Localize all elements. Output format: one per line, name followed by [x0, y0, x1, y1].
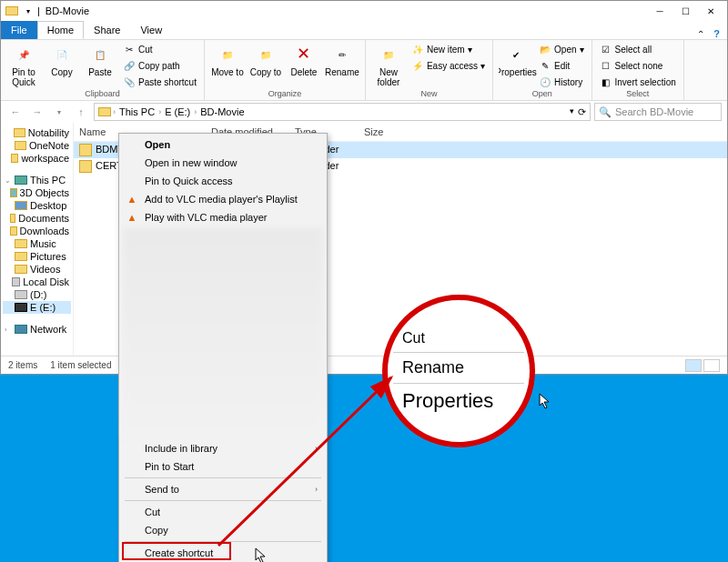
breadcrumb-folder[interactable]: BD-Movie	[198, 106, 246, 117]
breadcrumb-this-pc[interactable]: This PC	[117, 106, 157, 117]
invert-icon: ◧	[600, 75, 612, 88]
details-view-button[interactable]	[685, 359, 702, 372]
qat-dropdown-icon[interactable]: ▾	[21, 4, 35, 18]
nav-item-workspace[interactable]: workspace	[3, 152, 71, 165]
minimize-button[interactable]: ─	[647, 3, 672, 19]
edit-button[interactable]: ✎Edit	[537, 58, 585, 73]
up-button[interactable]: ↑	[72, 103, 90, 121]
group-label-new: New	[371, 89, 487, 98]
help-icon[interactable]: ?	[713, 28, 720, 39]
cursor-icon	[255, 547, 268, 562]
breadcrumb-drive[interactable]: E (E:)	[163, 106, 192, 117]
rename-button[interactable]: ✏Rename	[325, 42, 359, 77]
cut-button[interactable]: ✂Cut	[121, 42, 198, 56]
move-to-button[interactable]: 📁Move to	[210, 42, 245, 77]
callout-rename: Rename	[393, 353, 524, 383]
new-item-icon: ✨	[411, 43, 424, 55]
ctx-cut[interactable]: Cut	[121, 503, 325, 521]
ctx-vlc-play[interactable]: ▲Play with VLC media player	[121, 208, 325, 226]
nav-item-documents[interactable]: Documents	[3, 212, 71, 225]
search-input[interactable]: 🔍 Search BD-Movie	[594, 103, 722, 121]
ctx-create-shortcut[interactable]: Create shortcut	[121, 544, 325, 562]
refresh-icon[interactable]: ⟳	[578, 106, 586, 118]
ctx-copy[interactable]: Copy	[121, 521, 325, 539]
history-button[interactable]: 🕘History	[537, 75, 585, 89]
callout-cut: Cut	[393, 325, 524, 352]
path-icon: 🔗	[123, 59, 136, 72]
nav-item-3d-objects[interactable]: 3D Objects	[3, 186, 71, 199]
properties-button[interactable]: ✔Properties	[499, 42, 533, 77]
tab-home[interactable]: Home	[37, 21, 84, 39]
ctx-separator	[125, 477, 321, 478]
nav-item-notability[interactable]: Notability	[3, 126, 71, 139]
copy-path-button[interactable]: 🔗Copy path	[121, 58, 198, 73]
ctx-pin-start[interactable]: Pin to Start	[121, 457, 325, 476]
close-button[interactable]: ✕	[698, 3, 723, 19]
open-button[interactable]: 📂Open ▾	[537, 42, 585, 56]
select-none-button[interactable]: ☐Select none	[598, 58, 678, 73]
ribbon-collapse-icon[interactable]: ⌃	[697, 29, 704, 39]
nav-item-network[interactable]: ›Network	[3, 323, 71, 336]
edit-icon: ✎	[539, 59, 551, 72]
ctx-open[interactable]: Open	[121, 135, 325, 154]
tab-share[interactable]: Share	[84, 21, 130, 39]
select-all-button[interactable]: ☑Select all	[598, 42, 678, 56]
nav-item-pictures[interactable]: Pictures	[3, 250, 71, 263]
nav-item-e-drive[interactable]: E (E:)	[3, 301, 71, 314]
ctx-include-library[interactable]: Include in library›	[121, 439, 325, 457]
pin-icon: 📌	[13, 44, 35, 65]
icons-view-button[interactable]	[703, 359, 720, 372]
nav-item-videos[interactable]: Videos	[3, 263, 71, 276]
ctx-blurred-section	[123, 228, 323, 437]
group-label-clipboard: Clipboard	[6, 89, 198, 98]
paste-shortcut-button[interactable]: 📎Paste shortcut	[121, 75, 198, 89]
copy-button[interactable]: 📄Copy	[45, 42, 79, 77]
chevron-right-icon: ›	[194, 107, 197, 116]
nav-item-onenote[interactable]: OneNote	[3, 139, 71, 152]
group-label-organize: Organize	[210, 89, 359, 98]
annotation-callout-circle: Cut Rename Properties	[382, 295, 535, 447]
address-row: ← → ▾ ↑ › This PC › E (E:) › BD-Movie ▾ …	[1, 101, 727, 123]
search-icon: 🔍	[599, 106, 612, 118]
explorer-window: ▾ | BD-Movie ─ ☐ ✕ File Home Share View …	[0, 0, 728, 375]
nav-item-this-pc[interactable]: ⌄This PC	[3, 174, 71, 186]
paste-button[interactable]: 📋Paste	[83, 42, 117, 77]
rename-icon: ✏	[331, 44, 353, 65]
folder-icon	[5, 4, 19, 18]
location-icon	[98, 107, 111, 116]
address-bar[interactable]: › This PC › E (E:) › BD-Movie ▾ ⟳	[94, 103, 591, 121]
ctx-send-to[interactable]: Send to›	[121, 480, 325, 498]
address-dropdown-icon[interactable]: ▾	[570, 106, 574, 118]
forward-button[interactable]: →	[28, 103, 46, 121]
delete-button[interactable]: ✕Delete	[287, 42, 321, 77]
ctx-vlc-add[interactable]: ▲Add to VLC media player's Playlist	[121, 190, 325, 208]
ctx-pin-quick-access[interactable]: Pin to Quick access	[121, 172, 325, 190]
nav-item-d-drive[interactable]: (D:)	[3, 288, 71, 301]
navigation-pane[interactable]: Notability OneNote workspace ⌄This PC 3D…	[1, 123, 74, 356]
invert-selection-button[interactable]: ◧Invert selection	[598, 75, 678, 89]
maximize-button[interactable]: ☐	[672, 3, 698, 19]
folder-icon	[79, 144, 92, 156]
select-none-icon: ☐	[600, 59, 612, 72]
tab-view[interactable]: View	[130, 21, 172, 39]
nav-item-local-disk[interactable]: Local Disk	[3, 276, 71, 288]
ribbon-tabs: File Home Share View ⌃ ?	[1, 21, 727, 39]
nav-item-music[interactable]: Music	[3, 237, 71, 250]
col-size[interactable]: Size	[359, 125, 413, 139]
folder-icon	[79, 160, 92, 173]
group-label-select: Select	[598, 89, 678, 98]
back-button[interactable]: ←	[6, 103, 25, 121]
move-icon: 📁	[217, 44, 238, 65]
easy-access-button[interactable]: ⚡Easy access ▾	[410, 58, 487, 73]
nav-item-downloads[interactable]: Downloads	[3, 225, 71, 237]
copy-to-icon: 📁	[255, 44, 277, 65]
ctx-open-new-window[interactable]: Open in new window	[121, 154, 325, 172]
vlc-icon: ▲	[125, 192, 139, 206]
nav-item-desktop[interactable]: Desktop	[3, 199, 71, 212]
pin-to-quick-access-button[interactable]: 📌Pin to Quick access	[6, 42, 41, 89]
new-item-button[interactable]: ✨New item ▾	[410, 42, 487, 56]
tab-file[interactable]: File	[1, 21, 37, 39]
recent-button[interactable]: ▾	[50, 103, 68, 121]
new-folder-button[interactable]: 📁New folder	[371, 42, 406, 87]
copy-to-button[interactable]: 📁Copy to	[248, 42, 283, 77]
